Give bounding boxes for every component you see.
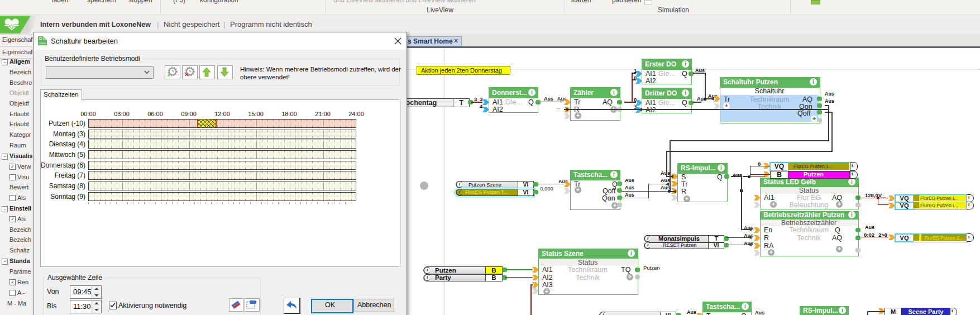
svg-text:CONFIG: CONFIG [39, 42, 47, 45]
svg-text:+: + [167, 71, 170, 78]
svg-text:✕: ✕ [184, 71, 189, 78]
